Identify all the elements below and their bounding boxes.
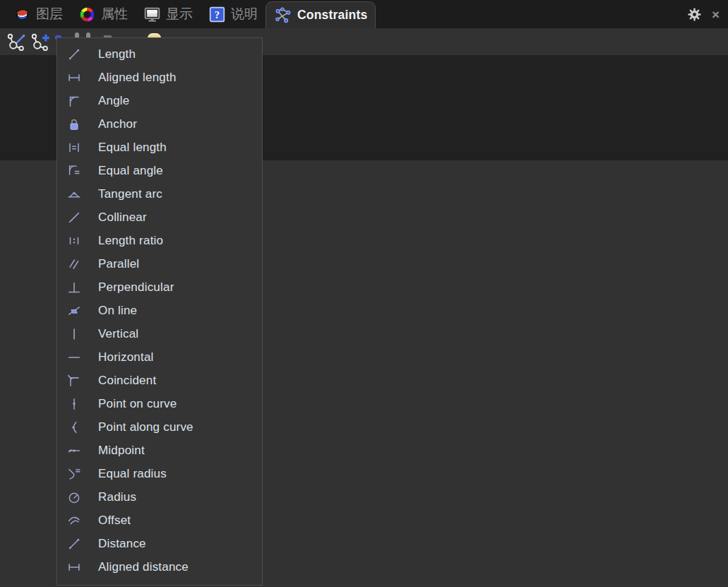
collinear-icon	[66, 210, 83, 225]
menu-item-radius[interactable]: Radius	[57, 485, 262, 509]
equal-radius-icon	[66, 466, 83, 482]
menu-item-anchor[interactable]: Anchor	[57, 112, 262, 136]
perpendicular-icon	[66, 280, 83, 295]
menu-item-label: Midpoint	[98, 444, 145, 458]
tab-constraints[interactable]: Constraints	[265, 1, 376, 28]
menu-item-distance[interactable]: Distance	[57, 532, 262, 555]
menu-item-length-ratio[interactable]: Length ratio	[57, 229, 262, 252]
distance-icon	[66, 536, 83, 552]
menu-item-equal-angle[interactable]: Equal angle	[57, 159, 262, 182]
equal-length-icon	[66, 140, 83, 155]
menu-item-label: Coincident	[98, 374, 156, 388]
layers-icon	[13, 6, 31, 23]
tab-label: 属性	[101, 5, 128, 23]
color-wheel-icon	[78, 6, 96, 23]
menu-item-label: Length ratio	[98, 234, 163, 248]
menu-item-aligned-length[interactable]: Aligned length	[57, 66, 262, 89]
point-on-curve-icon	[66, 396, 83, 412]
tab-layers[interactable]: 图层	[6, 0, 71, 28]
gear-icon[interactable]	[687, 7, 702, 22]
menu-item-label: Anchor	[98, 117, 137, 131]
menu-item-label: Point along curve	[98, 420, 193, 434]
menu-item-label: Perpendicular	[98, 280, 174, 295]
display-icon	[143, 6, 161, 23]
menu-item-horizontal[interactable]: Horizontal	[57, 345, 262, 369]
tab-bar: 图层属性显示说明Constraints ×	[0, 0, 728, 28]
coincident-icon	[66, 373, 83, 389]
aligned-distance-icon	[66, 559, 83, 575]
anchor-icon	[66, 117, 83, 132]
menu-item-label: Equal angle	[98, 164, 163, 178]
menu-item-label: Radius	[98, 490, 136, 504]
menu-item-label: Parallel	[98, 257, 139, 271]
menu-item-equal-length[interactable]: Equal length	[57, 136, 262, 159]
menu-item-label: Angle	[98, 94, 129, 108]
vertical-icon	[66, 326, 83, 342]
midpoint-icon	[66, 443, 83, 458]
menu-item-parallel[interactable]: Parallel	[57, 252, 262, 275]
menu-item-label: Vertical	[98, 327, 138, 341]
help-icon	[208, 6, 226, 23]
menu-item-label: Collinear	[98, 211, 147, 225]
menu-item-length[interactable]: Length	[57, 42, 262, 66]
aligned-length-icon	[66, 70, 83, 85]
tab-label: 说明	[231, 5, 258, 23]
menu-item-label: Length	[98, 47, 136, 61]
tab-strip: 图层属性显示说明Constraints	[0, 0, 376, 28]
point-along-curve-icon	[66, 420, 83, 435]
offset-icon	[66, 513, 83, 528]
radius-icon	[66, 490, 83, 505]
tab-help[interactable]: 说明	[201, 0, 265, 28]
menu-item-label: Equal radius	[98, 467, 167, 481]
equal-angle-icon	[66, 163, 83, 179]
length-icon	[66, 47, 83, 62]
menu-item-coincident[interactable]: Coincident	[57, 369, 262, 392]
tab-label: 显示	[166, 5, 193, 23]
edit-constraints-button[interactable]	[5, 31, 26, 52]
tangent-arc-icon	[66, 186, 83, 202]
menu-item-offset[interactable]: Offset	[57, 509, 262, 532]
menu-item-label: Horizontal	[98, 350, 154, 364]
tabbar-actions: ×	[687, 0, 728, 28]
constraints-dropdown-menu: LengthAligned lengthAngleAnchorEqual len…	[56, 37, 263, 586]
menu-item-label: Offset	[98, 514, 131, 528]
obscured-icon	[75, 32, 79, 37]
obscured-icon	[86, 32, 90, 37]
menu-item-aligned-distance[interactable]: Aligned distance	[57, 555, 262, 579]
menu-item-collinear[interactable]: Collinear	[57, 206, 262, 229]
menu-item-label: Tangent arc	[98, 187, 162, 201]
menu-item-point-along-curve[interactable]: Point along curve	[57, 415, 262, 439]
menu-item-on-line[interactable]: On line	[57, 299, 262, 322]
length-ratio-icon	[66, 233, 83, 249]
menu-item-label: Aligned distance	[98, 560, 189, 574]
tab-label: 图层	[36, 5, 63, 23]
menu-item-perpendicular[interactable]: Perpendicular	[57, 275, 262, 299]
menu-item-label: Equal length	[98, 141, 167, 155]
constraints-icon	[274, 6, 292, 25]
menu-item-equal-radius[interactable]: Equal radius	[57, 462, 262, 485]
menu-item-vertical[interactable]: Vertical	[57, 322, 262, 345]
angle-icon	[66, 93, 83, 109]
menu-item-point-on-curve[interactable]: Point on curve	[57, 392, 262, 415]
menu-item-tangent-arc[interactable]: Tangent arc	[57, 182, 262, 206]
menu-item-label: On line	[98, 304, 137, 318]
menu-item-label: Point on curve	[98, 397, 177, 411]
add-constraint-button[interactable]	[29, 31, 50, 52]
tab-label: Constraints	[297, 8, 367, 23]
tab-properties[interactable]: 属性	[71, 0, 136, 28]
menu-item-label: Aligned length	[98, 71, 177, 85]
close-icon[interactable]: ×	[712, 8, 720, 21]
tab-display[interactable]: 显示	[136, 0, 201, 28]
menu-item-angle[interactable]: Angle	[57, 89, 262, 112]
horizontal-icon	[66, 350, 83, 365]
menu-item-label: Distance	[98, 537, 146, 551]
on-line-icon	[66, 303, 83, 319]
parallel-icon	[66, 256, 83, 272]
menu-item-midpoint[interactable]: Midpoint	[57, 439, 262, 462]
